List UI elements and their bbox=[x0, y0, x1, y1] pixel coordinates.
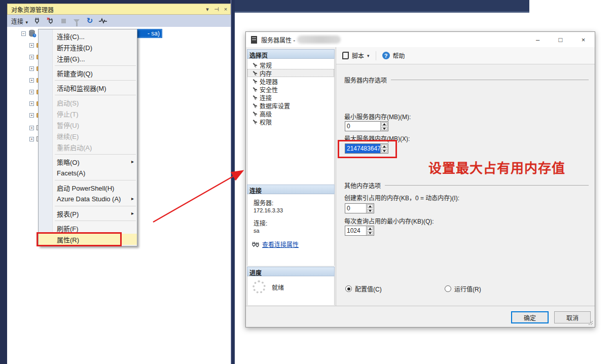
query-memory-spinner[interactable]: 1024 bbox=[345, 226, 374, 236]
close-icon[interactable]: × bbox=[221, 6, 230, 12]
window-controls: – □ × bbox=[526, 32, 595, 47]
page-item-advanced[interactable]: 高级 bbox=[247, 110, 334, 118]
expand-icon[interactable]: + bbox=[29, 78, 34, 83]
spin-down-icon[interactable] bbox=[367, 209, 373, 212]
stop-icon bbox=[59, 17, 67, 25]
expand-icon[interactable]: + bbox=[29, 113, 34, 118]
wrench-icon bbox=[251, 70, 257, 76]
index-memory-label: 创建索引占用的内存(KB，0 = 动态内存)(I): bbox=[344, 193, 459, 202]
close-icon[interactable]: × bbox=[572, 32, 595, 47]
configured-values-radio[interactable]: 配置值(C) bbox=[345, 284, 382, 293]
disconnect-plug-icon[interactable] bbox=[46, 17, 54, 25]
menu-item-properties[interactable]: 属性(R) bbox=[39, 234, 137, 245]
chevron-down-icon[interactable]: ▾ bbox=[367, 53, 370, 58]
spin-buttons bbox=[366, 226, 374, 235]
dialog-toolbar: 脚本 ▾ ? 帮助 bbox=[336, 47, 595, 64]
menu-item-pause: 暂停(U) bbox=[39, 119, 137, 130]
page-item-general[interactable]: 常规 bbox=[247, 61, 334, 69]
menu-item-connect[interactable]: 连接(C)... bbox=[39, 30, 137, 42]
page-item-database-settings[interactable]: 数据库设置 bbox=[247, 101, 334, 110]
expand-icon[interactable]: + bbox=[29, 101, 34, 106]
progress-status: 就绪 bbox=[272, 283, 284, 292]
collapse-icon[interactable]: − bbox=[21, 31, 26, 36]
menu-item-reports[interactable]: 报表(P)▸ bbox=[39, 208, 137, 219]
minimize-icon[interactable]: – bbox=[526, 32, 549, 47]
autohide-tab-strip bbox=[0, 0, 7, 364]
menu-separator bbox=[55, 65, 136, 66]
expand-icon[interactable]: + bbox=[29, 126, 34, 130]
menu-separator bbox=[55, 206, 136, 206]
menu-item-new-query[interactable]: 新建查询(Q) bbox=[39, 67, 137, 79]
spin-up-icon[interactable] bbox=[381, 144, 387, 148]
server-value: 172.16.3.33 bbox=[254, 207, 334, 213]
object-explorer-toolbar: 连接 ▾ ↻ bbox=[7, 15, 231, 27]
spin-down-icon[interactable] bbox=[367, 231, 373, 235]
redacted-server-name bbox=[297, 35, 341, 44]
menu-item-policies[interactable]: 策略(O)▸ bbox=[39, 156, 137, 167]
menu-separator bbox=[55, 95, 136, 95]
server-context-menu: 连接(C)... 断开连接(D) 注册(G)... 新建查询(Q) 活动和监视器… bbox=[38, 29, 137, 246]
help-button[interactable]: 帮助 bbox=[393, 51, 405, 60]
expand-icon[interactable]: + bbox=[29, 90, 34, 94]
index-memory-spinner[interactable]: 0 bbox=[345, 203, 374, 213]
cancel-button[interactable]: 取消 bbox=[554, 311, 591, 323]
menu-item-disconnect[interactable]: 断开连接(D) bbox=[39, 42, 137, 53]
min-memory-spinner[interactable]: 0 bbox=[345, 121, 388, 131]
window-position-icon[interactable]: ▾ bbox=[203, 6, 212, 13]
menu-item-start: 启动(S) bbox=[39, 97, 137, 108]
menu-item-refresh[interactable]: 刷新(F) bbox=[39, 223, 137, 234]
object-explorer-titlebar: 对象资源管理器 ▾ ⊣ × bbox=[7, 4, 231, 15]
spin-down-icon[interactable] bbox=[381, 149, 387, 153]
page-item-permissions[interactable]: 权限 bbox=[247, 118, 334, 126]
min-memory-label: 最小服务器内存(MB)(M): bbox=[344, 112, 411, 121]
spin-up-icon[interactable] bbox=[367, 204, 373, 208]
ok-button[interactable]: 确定 bbox=[511, 311, 549, 323]
radio-unselected-icon[interactable] bbox=[445, 285, 451, 292]
page-item-processors[interactable]: 处理器 bbox=[247, 77, 334, 85]
page-item-connections[interactable]: 连接 bbox=[247, 93, 334, 101]
wrench-icon bbox=[251, 79, 257, 84]
expand-icon[interactable]: + bbox=[29, 66, 34, 71]
view-connection-properties-link[interactable]: 查看连接属性 bbox=[262, 240, 299, 248]
menu-item-register[interactable]: 注册(G)... bbox=[39, 53, 137, 64]
activity-monitor-icon[interactable] bbox=[99, 17, 107, 25]
running-values-radio[interactable]: 运行值(R) bbox=[445, 284, 481, 293]
expand-icon[interactable]: + bbox=[29, 137, 34, 141]
server-memory-group: 服务器内存选项 bbox=[344, 76, 589, 84]
menu-item-activity-monitor[interactable]: 活动和监视器(M) bbox=[39, 82, 137, 93]
max-memory-spinner[interactable]: 2147483647 bbox=[345, 143, 388, 154]
wrench-icon bbox=[251, 62, 257, 68]
submenu-arrow-icon: ▸ bbox=[131, 208, 134, 219]
spin-down-icon[interactable] bbox=[381, 127, 387, 130]
expand-icon[interactable]: + bbox=[29, 43, 34, 48]
script-icon bbox=[342, 52, 349, 59]
wrench-icon bbox=[251, 111, 257, 117]
connect-dropdown-button[interactable]: 连接 ▾ bbox=[11, 17, 28, 25]
other-memory-group: 其他内存选项 bbox=[344, 181, 589, 190]
menu-item-start-powershell[interactable]: 启动 PowerShell(H) bbox=[39, 182, 137, 193]
menu-item-azure-data-studio[interactable]: Azure Data Studio (A)▸ bbox=[39, 193, 137, 204]
progress-spinner-icon bbox=[252, 280, 266, 294]
expand-icon[interactable]: + bbox=[29, 55, 34, 59]
resize-grip[interactable] bbox=[588, 320, 593, 325]
pin-icon[interactable]: ⊣ bbox=[212, 6, 221, 13]
radio-selected-icon[interactable] bbox=[345, 285, 352, 292]
pane-divider bbox=[336, 47, 336, 306]
connection-pane: 服务器: 172.16.3.33 连接: sa 查看连接属性 bbox=[247, 194, 335, 266]
server-node-row[interactable]: − ? bbox=[21, 29, 37, 38]
spin-up-icon[interactable] bbox=[367, 227, 373, 230]
page-item-memory[interactable]: 内存 bbox=[247, 69, 334, 77]
progress-pane: 就绪 bbox=[247, 276, 335, 305]
refresh-icon[interactable]: ↻ bbox=[86, 17, 94, 25]
connect-plug-icon[interactable] bbox=[33, 17, 41, 25]
chevron-down-icon: ▾ bbox=[24, 20, 28, 25]
submenu-arrow-icon: ▸ bbox=[131, 193, 134, 204]
spin-buttons bbox=[380, 122, 388, 131]
select-page-header: 选择页 bbox=[247, 49, 335, 59]
spin-up-icon[interactable] bbox=[381, 122, 387, 126]
configured-values-label: 配置值(C) bbox=[355, 284, 382, 293]
script-button[interactable]: 脚本 bbox=[352, 51, 364, 60]
maximize-icon[interactable]: □ bbox=[549, 32, 572, 47]
menu-item-facets[interactable]: Facets(A) bbox=[39, 167, 137, 178]
page-item-security[interactable]: 安全性 bbox=[247, 85, 334, 93]
